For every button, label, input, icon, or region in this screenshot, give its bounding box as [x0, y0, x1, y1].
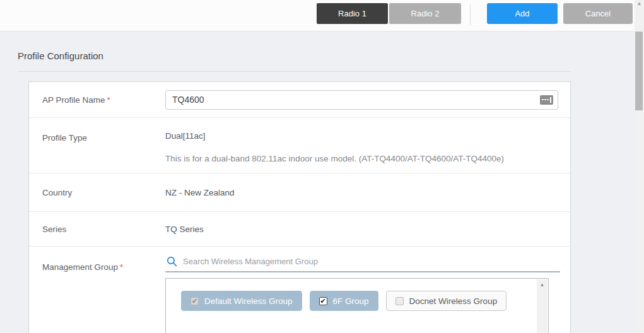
text-input-options-icon[interactable]: [540, 95, 553, 105]
ap-profile-name-value-cell: [165, 90, 570, 110]
management-group-label: Management Group: [42, 262, 118, 272]
group-chip-docnet-wireless-group[interactable]: Docnet Wireless Group: [386, 291, 507, 311]
ime-dot: [547, 99, 549, 101]
ime-dot: [542, 99, 544, 101]
ap-profile-name-label: AP Profile Name: [42, 95, 105, 105]
checkbox-checked-disabled-icon[interactable]: ✔: [190, 297, 199, 305]
page-title-section: Profile Configuration: [18, 50, 571, 72]
search-icon: [167, 256, 177, 267]
scroll-up-arrow-icon[interactable]: ▲: [537, 282, 547, 288]
group-chip-label: 6F Group: [333, 296, 369, 306]
management-group-search: [165, 255, 560, 272]
radio-1-button[interactable]: Radio 1: [317, 3, 388, 24]
scroll-up-arrow-icon[interactable]: ▲: [635, 1, 644, 7]
series-label: Series: [42, 225, 66, 234]
profile-type-value: Dual[11ac]: [165, 131, 570, 141]
checkbox-unchecked-icon[interactable]: [395, 297, 404, 305]
profile-type-value-cell: Dual[11ac] This is for a dual-band 802.1…: [165, 118, 570, 173]
series-row: Series TQ Series: [29, 212, 570, 247]
profile-type-label-cell: Profile Type: [29, 118, 165, 173]
ap-profile-name-input[interactable]: [165, 90, 558, 110]
profile-type-label: Profile Type: [42, 133, 87, 143]
page-scrollbar[interactable]: ▲: [635, 0, 644, 333]
toolbar: Radio 1 Radio 2 Add Cancel: [0, 0, 644, 32]
listbox-scrollbar[interactable]: ▲: [537, 279, 547, 333]
ime-cursor-bar: [550, 97, 551, 103]
page-body: Profile Configuration AP Profile Name*: [0, 32, 635, 333]
series-label-cell: Series: [29, 223, 165, 235]
search-input[interactable]: [183, 257, 560, 266]
ap-profile-name-label-cell: AP Profile Name*: [29, 94, 165, 105]
profile-form-card: AP Profile Name* Profile Type: [28, 81, 571, 333]
group-chip-label: Default Wireless Group: [204, 296, 293, 306]
management-group-value-cell: ✔ Default Wireless Group ✔ 6F Group Docn…: [165, 247, 570, 333]
add-button[interactable]: Add: [487, 3, 558, 24]
group-chip-6f-group[interactable]: ✔ 6F Group: [310, 291, 378, 311]
scrollbar-thumb[interactable]: [635, 32, 643, 110]
checkbox-checked-icon[interactable]: ✔: [319, 297, 327, 305]
required-asterisk: *: [120, 262, 123, 272]
group-chip-default-wireless-group[interactable]: ✔ Default Wireless Group: [181, 291, 302, 311]
country-label: Country: [42, 188, 72, 197]
management-group-chips: ✔ Default Wireless Group ✔ 6F Group Docn…: [166, 279, 548, 311]
group-chip-label: Docnet Wireless Group: [409, 296, 498, 306]
country-label-cell: Country: [29, 187, 165, 198]
country-value-cell: NZ - New Zealand: [165, 187, 570, 198]
ap-profile-name-input-wrap: [165, 90, 558, 110]
ime-dot: [544, 99, 546, 101]
management-group-listbox: ✔ Default Wireless Group ✔ 6F Group Docn…: [165, 278, 549, 333]
required-asterisk: *: [107, 95, 110, 105]
toolbar-divider: [470, 4, 471, 25]
series-value: TQ Series: [165, 225, 204, 234]
page-title: Profile Configuration: [18, 50, 571, 61]
country-value: NZ - New Zealand: [165, 188, 235, 197]
country-row: Country NZ - New Zealand: [29, 173, 570, 212]
ap-profile-name-row: AP Profile Name*: [29, 82, 570, 118]
management-group-row: Management Group* ✔ Default Wireless Gro…: [29, 247, 570, 333]
management-group-label-cell: Management Group*: [29, 247, 165, 333]
profile-type-description: This is for a dual-band 802.11ac indoor …: [165, 154, 570, 163]
cancel-button[interactable]: Cancel: [563, 3, 633, 24]
profile-type-row: Profile Type Dual[11ac] This is for a du…: [29, 118, 570, 173]
series-value-cell: TQ Series: [165, 223, 570, 235]
radio-2-button[interactable]: Radio 2: [389, 3, 461, 24]
